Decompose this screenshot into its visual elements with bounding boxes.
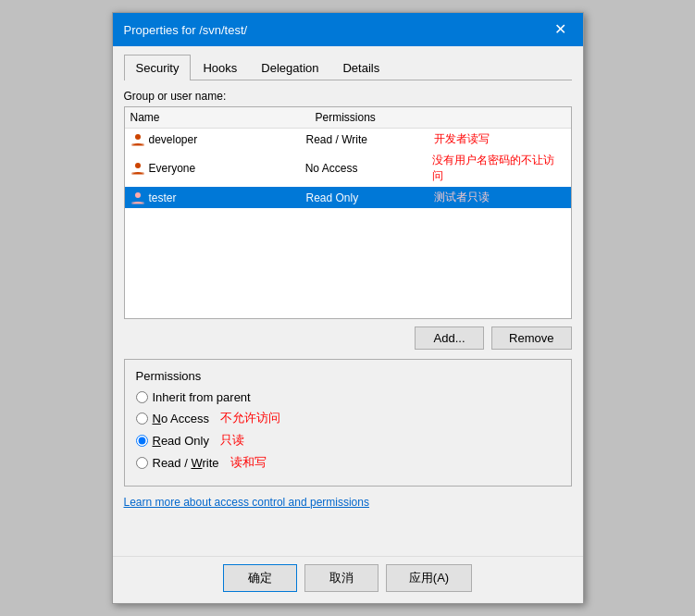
- user-name-tester: tester: [130, 191, 306, 205]
- dialog-title: Properties for /svn/test/: [124, 23, 248, 37]
- user-perm-tester: Read Only: [306, 191, 427, 204]
- title-bar: Properties for /svn/test/ ✕: [113, 13, 583, 46]
- permissions-title: Permissions: [136, 369, 560, 383]
- add-button[interactable]: Add...: [415, 326, 484, 350]
- close-button[interactable]: ✕: [549, 20, 572, 39]
- radio-no-access-input[interactable]: [136, 413, 148, 425]
- annotation-developer: 开发者读写: [434, 131, 490, 147]
- properties-dialog: Properties for /svn/test/ ✕ Security Hoo…: [112, 12, 584, 604]
- svg-point-0: [135, 134, 141, 140]
- learn-more-link[interactable]: Learn more about access control and perm…: [124, 496, 572, 509]
- svg-rect-1: [131, 143, 144, 146]
- remove-button[interactable]: Remove: [491, 326, 571, 350]
- radio-inherit-input[interactable]: [136, 391, 148, 403]
- annotation-everyone: 没有用户名密码的不让访问: [432, 153, 565, 184]
- user-list[interactable]: Name Permissions developer Read / Write: [124, 106, 572, 319]
- table-row[interactable]: tester Read Only 测试者只读: [125, 187, 571, 208]
- list-header: Name Permissions: [125, 107, 571, 129]
- user-name-everyone: Everyone: [130, 161, 305, 176]
- user-name-developer: developer: [130, 132, 306, 147]
- annotation-read-write: 读和写: [230, 454, 267, 471]
- radio-read-only-input[interactable]: [136, 435, 148, 447]
- radio-read-write-input[interactable]: [136, 457, 148, 469]
- user-perm-everyone: No Access: [305, 162, 425, 175]
- dialog-footer: 确定 取消 应用(A): [113, 556, 583, 603]
- tab-bar: Security Hooks Delegation Details: [124, 54, 572, 80]
- radio-no-access[interactable]: No Access 不允许访问: [136, 410, 560, 426]
- list-actions: Add... Remove: [124, 326, 572, 350]
- tab-security[interactable]: Security: [124, 55, 192, 80]
- annotation-read-only: 只读: [220, 432, 244, 449]
- group-label: Group or user name:: [124, 90, 572, 103]
- svg-point-4: [135, 192, 141, 198]
- table-row[interactable]: developer Read / Write 开发者读写: [125, 129, 571, 150]
- dialog-body: Security Hooks Delegation Details Group …: [113, 46, 583, 556]
- annotation-no-access: 不允许访问: [220, 410, 280, 426]
- svg-point-2: [135, 163, 141, 168]
- table-row[interactable]: Everyone No Access 没有用户名密码的不让访问: [125, 150, 571, 187]
- user-icon: [130, 161, 145, 176]
- svg-rect-5: [131, 202, 144, 204]
- tab-details[interactable]: Details: [330, 55, 391, 80]
- col-header-name: Name: [130, 111, 316, 124]
- user-perm-developer: Read / Write: [306, 133, 427, 146]
- annotation-tester: 测试者只读: [434, 190, 490, 205]
- radio-read-write[interactable]: Read / Write 读和写: [136, 454, 560, 471]
- svg-rect-3: [131, 172, 144, 175]
- tab-delegation[interactable]: Delegation: [249, 55, 330, 80]
- tab-hooks[interactable]: Hooks: [191, 55, 249, 80]
- radio-read-only[interactable]: Read Only 只读: [136, 432, 560, 449]
- cancel-button[interactable]: 取消: [304, 564, 379, 592]
- user-icon: [130, 191, 145, 205]
- col-header-permissions: Permissions: [316, 111, 436, 124]
- user-icon: [130, 132, 145, 147]
- permissions-box: Permissions Inherit from parent No Acces…: [124, 359, 572, 487]
- ok-button[interactable]: 确定: [223, 564, 297, 592]
- radio-inherit[interactable]: Inherit from parent: [136, 390, 560, 404]
- apply-button[interactable]: 应用(A): [386, 564, 472, 592]
